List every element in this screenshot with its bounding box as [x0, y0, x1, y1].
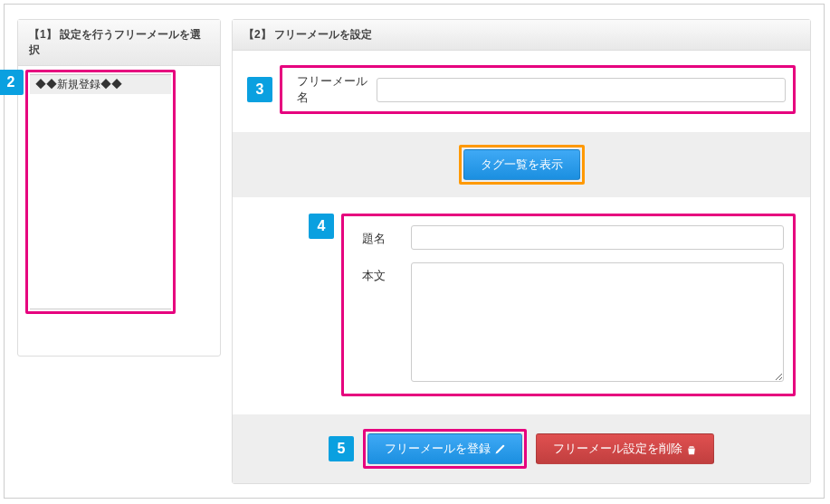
- pencil-icon: [494, 444, 505, 455]
- left-panel: 【1】 設定を行うフリーメールを選択 2 ◆◆新規登録◆◆: [17, 19, 221, 357]
- right-panel-header: 【2】 フリーメールを設定: [233, 20, 810, 51]
- step-badge-2: 2: [0, 70, 24, 95]
- subject-label: 題名: [349, 225, 404, 247]
- left-panel-body: 2 ◆◆新規登録◆◆: [18, 66, 220, 356]
- right-panel: 【2】 フリーメールを設定 3 フリーメール名 タグ一覧を表示 4: [232, 19, 811, 484]
- subject-input[interactable]: [411, 225, 784, 250]
- app-frame: 【1】 設定を行うフリーメールを選択 2 ◆◆新規登録◆◆ 【2】 フリーメール…: [4, 4, 825, 499]
- step-badge-4: 4: [309, 214, 334, 239]
- content-block: 題名 本文: [341, 214, 796, 396]
- step-badge-5: 5: [329, 436, 354, 461]
- delete-button[interactable]: フリーメール設定を削除: [536, 433, 714, 464]
- register-button[interactable]: フリーメールを登録: [367, 433, 522, 464]
- register-button-label: フリーメールを登録: [385, 442, 491, 455]
- name-row: フリーメール名: [280, 65, 796, 114]
- step-badge-3: 3: [247, 77, 272, 102]
- trash-icon: [686, 444, 697, 455]
- name-input[interactable]: [377, 78, 786, 102]
- tag-highlight: タグ一覧を表示: [459, 145, 585, 185]
- left-panel-header: 【1】 設定を行うフリーメールを選択: [18, 20, 220, 66]
- freemail-list[interactable]: ◆◆新規登録◆◆: [30, 74, 171, 309]
- body-label: 本文: [349, 262, 404, 284]
- delete-button-label: フリーメール設定を削除: [553, 442, 682, 455]
- right-panel-body: 3 フリーメール名 タグ一覧を表示 4 題名: [233, 51, 810, 483]
- body-textarea[interactable]: [411, 262, 784, 382]
- name-label: フリーメール名: [290, 73, 377, 106]
- tag-band: タグ一覧を表示: [233, 132, 810, 197]
- footer-band: 5 フリーメールを登録 フリーメール設定を削除: [233, 414, 810, 483]
- tag-list-button[interactable]: タグ一覧を表示: [463, 149, 580, 180]
- list-item[interactable]: ◆◆新規登録◆◆: [30, 75, 171, 94]
